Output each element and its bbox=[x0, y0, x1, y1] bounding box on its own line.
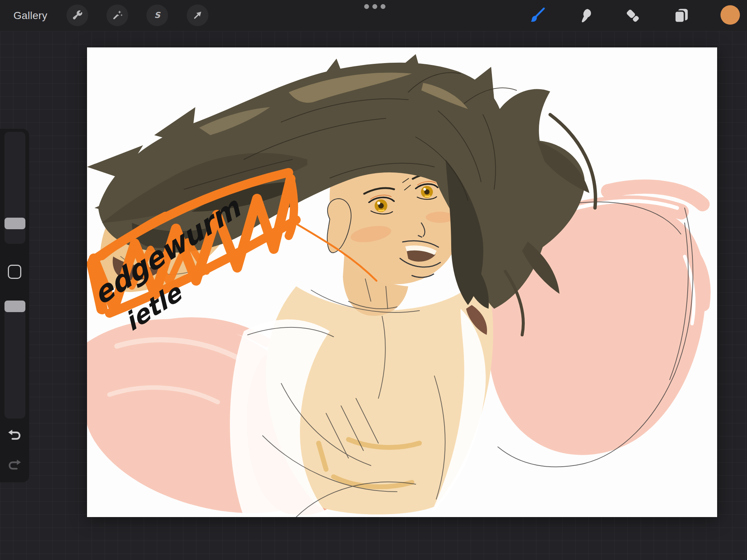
wrench-icon bbox=[71, 9, 83, 21]
opacity-slider-handle[interactable] bbox=[4, 301, 25, 312]
selection-button[interactable]: S bbox=[146, 4, 168, 26]
opacity-slider[interactable] bbox=[4, 301, 25, 419]
color-swatch-button[interactable] bbox=[720, 5, 740, 25]
ellipsis-dot bbox=[381, 4, 385, 9]
undo-button[interactable] bbox=[6, 427, 23, 444]
artwork: edgewurm ietle bbox=[87, 47, 717, 517]
modify-button[interactable] bbox=[8, 265, 21, 279]
erase-tool-button[interactable] bbox=[622, 5, 643, 26]
transform-arrow-icon bbox=[192, 9, 204, 21]
svg-text:S: S bbox=[154, 10, 161, 20]
brush-size-slider-handle[interactable] bbox=[4, 218, 25, 229]
drawing-canvas[interactable]: edgewurm ietle bbox=[87, 47, 717, 517]
paintbrush-icon bbox=[527, 6, 546, 25]
ellipsis-dot bbox=[372, 4, 377, 9]
gallery-button[interactable]: Gallery bbox=[13, 0, 47, 31]
adjustments-button[interactable] bbox=[106, 4, 128, 26]
canvas-more-handle[interactable] bbox=[364, 4, 385, 9]
actions-button[interactable] bbox=[66, 4, 88, 26]
eraser-icon bbox=[623, 6, 642, 25]
layers-tool-button[interactable] bbox=[671, 5, 692, 26]
smudge-tool-button[interactable] bbox=[575, 5, 596, 26]
layers-icon bbox=[672, 6, 691, 25]
magic-wand-icon bbox=[111, 9, 123, 21]
paint-tool-button[interactable] bbox=[526, 5, 547, 26]
smudge-finger-icon bbox=[576, 6, 595, 25]
brush-sidebar bbox=[0, 129, 29, 482]
selection-s-icon: S bbox=[151, 9, 163, 21]
ellipsis-dot bbox=[364, 4, 369, 9]
transform-button[interactable] bbox=[187, 4, 208, 26]
redo-button[interactable] bbox=[6, 457, 23, 474]
blush-right bbox=[426, 212, 454, 223]
top-toolbar: Gallery S bbox=[0, 0, 747, 31]
